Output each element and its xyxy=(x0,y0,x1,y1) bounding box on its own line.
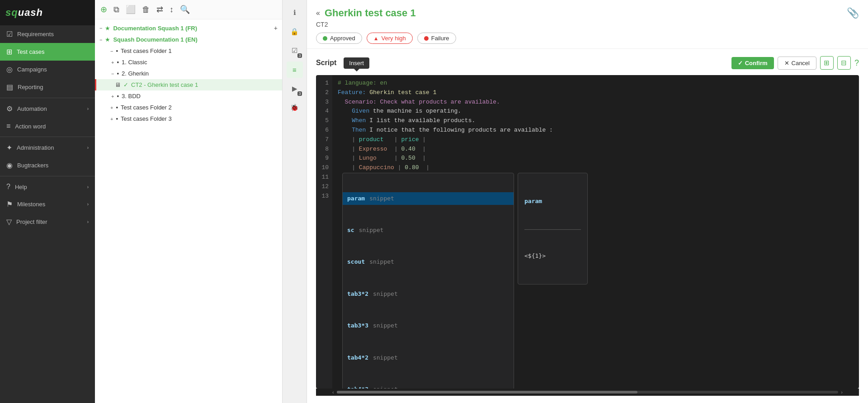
chevron-right-icon: › xyxy=(87,185,89,190)
sidebar-item-test-cases[interactable]: ⊞ Test cases xyxy=(0,43,95,61)
detail-icon-info[interactable]: ℹ xyxy=(287,5,303,21)
code-content[interactable]: # language: en Feature: Gherkin test cas… xyxy=(332,75,859,389)
detail-icon-script[interactable]: ≡ xyxy=(287,62,303,78)
autocomplete-item-tab3x2[interactable]: tab3*2 snippet xyxy=(343,288,514,301)
expand-icon[interactable]: − xyxy=(99,37,102,43)
nav-separator xyxy=(0,137,95,137)
milestones-icon: ⚑ xyxy=(6,200,13,209)
table-icon: ⊟ xyxy=(841,59,847,67)
sidebar-item-campaigns[interactable]: ◎ Campaigns xyxy=(0,61,95,78)
check-icon: ✓ xyxy=(123,81,128,88)
priority-tag[interactable]: ▲ Very high xyxy=(367,33,413,44)
nav-separator xyxy=(0,98,95,98)
sidebar-item-action-word[interactable]: ≡ Action word xyxy=(0,118,95,135)
collapse-icon[interactable]: − xyxy=(99,25,102,31)
status-tag[interactable]: Approved xyxy=(316,33,362,44)
sidebar-item-requirements[interactable]: ☑ Requirements xyxy=(0,25,95,43)
project-name: Documentation Squash 1 (FR) xyxy=(113,25,197,32)
folder-name: Test cases Folder 1 xyxy=(121,47,172,54)
confirm-button[interactable]: ✓ Confirm xyxy=(731,57,774,69)
result-dot xyxy=(424,36,429,41)
autocomplete-preview: param <${1}> xyxy=(518,173,588,284)
code-line: | Cappuccino | 0.80 | xyxy=(338,163,854,173)
autocomplete-item-tab3x3[interactable]: tab3*3 snippet xyxy=(343,319,514,332)
sidebar-item-bugtrackers[interactable]: ◉ Bugtrackers xyxy=(0,156,95,174)
folder-test-cases-3[interactable]: + ▪ Test cases Folder 3 xyxy=(95,113,282,124)
sidebar-item-milestones[interactable]: ⚑ Milestones › xyxy=(0,195,95,213)
detail-icon-bug[interactable]: 🐞 xyxy=(287,100,303,116)
code-editor[interactable]: 1 2 3 4 5 6 7 8 9 10 11 12 13 xyxy=(316,75,859,389)
result-tag[interactable]: Failure xyxy=(417,33,456,44)
confirm-label: Confirm xyxy=(745,60,768,66)
status-dot xyxy=(323,36,327,41)
scroll-left-arrow[interactable]: ‹ xyxy=(332,389,334,395)
autocomplete-item-sc[interactable]: sc snippet xyxy=(343,224,514,237)
sidebar-item-reporting[interactable]: ▤ Reporting xyxy=(0,78,95,96)
subfolder-name: 3. BDD xyxy=(122,93,141,100)
search-icon[interactable]: 🔍 xyxy=(180,5,190,14)
autocomplete-item-scout[interactable]: scout snippet xyxy=(343,256,514,269)
help-question-icon[interactable]: ? xyxy=(854,58,859,68)
sidebar-item-label: Bugtrackers xyxy=(17,162,48,169)
insert-snippet-button[interactable]: ⊞ xyxy=(820,56,834,70)
scrollbar-track[interactable] xyxy=(337,391,839,394)
add-project-icon[interactable]: + xyxy=(274,24,278,32)
sidebar-item-automation[interactable]: ⚙ Automation › xyxy=(0,100,95,118)
autocomplete-item-param[interactable]: param snippet xyxy=(343,192,514,205)
right-panel: ℹ 🔒 ☑ 3 ≡ ▶ 3 🐞 « Gherkin test case 1 xyxy=(283,0,868,403)
folder-name: Test cases Folder 2 xyxy=(121,104,172,111)
script-icon: ≡ xyxy=(292,66,297,74)
subfolder-name: 1. Classic xyxy=(122,59,147,66)
sort-icon[interactable]: ↕ xyxy=(170,5,174,14)
paste-icon[interactable]: ⬜ xyxy=(126,5,136,14)
tree-item-ct2[interactable]: 🖥 ✓ CT2 - Gherkin test case 1 xyxy=(95,79,282,90)
subfolder-bdd[interactable]: + ▪ 3. BDD xyxy=(95,90,282,102)
project-filter-icon: ▽ xyxy=(6,218,12,226)
checkmark-icon: ✓ xyxy=(738,60,743,66)
autocomplete-item-tab4x3[interactable]: tab4*3 snippet xyxy=(343,383,514,389)
subfolder-classic[interactable]: + ▪ 1. Classic xyxy=(95,57,282,68)
folder-test-cases-1[interactable]: − ▪ Test cases Folder 1 xyxy=(95,45,282,57)
script-actions: ✓ Confirm ✕ Cancel ⊞ ⊟ ? xyxy=(731,56,859,70)
copy-icon[interactable]: ⧉ xyxy=(113,5,119,14)
code-line: | product | price | xyxy=(338,135,854,145)
ac-item-kind: snippet xyxy=(369,257,394,267)
sidebar-item-label: Action word xyxy=(15,123,46,130)
sidebar-item-help[interactable]: ? Help › xyxy=(0,178,95,195)
sidebar-item-administration[interactable]: ✦ Administration › xyxy=(0,139,95,156)
ac-item-name: tab4*3 xyxy=(347,385,368,389)
priority-label: Very high xyxy=(382,35,406,42)
folder-icon: ▪ xyxy=(117,59,119,66)
project-row[interactable]: − ★ Documentation Squash 1 (FR) + xyxy=(95,22,282,34)
detail-icon-check[interactable]: ☑ 3 xyxy=(287,43,303,59)
info-icon: ℹ xyxy=(293,9,296,17)
collapse-panel-button[interactable]: « xyxy=(316,9,320,17)
cancel-button[interactable]: ✕ Cancel xyxy=(778,57,816,70)
content-subtitle: CT2 xyxy=(316,21,859,28)
autocomplete-item-tab4x2[interactable]: tab4*2 snippet xyxy=(343,351,514,365)
scroll-right-arrow[interactable]: › xyxy=(841,389,843,395)
title-row: « Gherkin test case 1 📎 xyxy=(316,7,859,19)
add-icon[interactable]: ⊕ xyxy=(100,5,107,14)
attachment-icon[interactable]: 📎 xyxy=(847,7,859,19)
delete-icon[interactable]: 🗑 xyxy=(142,5,150,14)
scrollbar-thumb[interactable] xyxy=(337,391,638,394)
ac-item-kind: snippet xyxy=(369,194,394,204)
nav-separator xyxy=(0,176,95,176)
subfolder-gherkin[interactable]: − ▪ 2. Gherkin xyxy=(95,68,282,79)
chevron-right-icon: › xyxy=(87,106,89,111)
folder-test-cases-2[interactable]: + ▪ Test cases Folder 2 xyxy=(95,102,282,113)
sidebar-item-label: Milestones xyxy=(17,201,45,208)
tree-content: − ★ Documentation Squash 1 (FR) + − ★ Sq… xyxy=(95,19,282,403)
project-row[interactable]: − ★ Squash Documentation 1 (EN) xyxy=(95,34,282,45)
detail-icon-lock[interactable]: 🔒 xyxy=(287,24,303,40)
sidebar-item-project-filter[interactable]: ▽ Project filter › xyxy=(0,213,95,231)
move-icon[interactable]: ⇄ xyxy=(156,5,163,14)
folder-icon: ▪ xyxy=(116,47,118,54)
detail-icon-play[interactable]: ▶ 3 xyxy=(287,81,303,97)
insert-label: Insert xyxy=(349,60,364,66)
bug-icon: 🐞 xyxy=(290,104,299,112)
insert-table-button[interactable]: ⊟ xyxy=(837,56,851,70)
code-line: Feature: Gherkin test case 1 xyxy=(338,88,854,98)
lock-icon: 🔒 xyxy=(290,28,299,36)
